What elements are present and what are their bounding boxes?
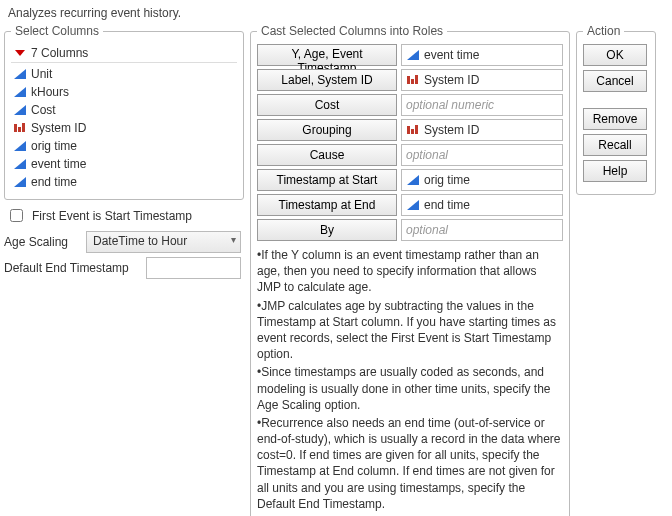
svg-rect-10 xyxy=(407,76,410,84)
continuous-icon xyxy=(13,68,27,80)
svg-marker-7 xyxy=(14,159,26,169)
continuous-icon xyxy=(13,86,27,98)
svg-marker-0 xyxy=(14,69,26,79)
role-slot[interactable]: optional numeric xyxy=(401,94,563,116)
nominal-icon xyxy=(13,122,27,134)
default-end-label: Default End Timestamp xyxy=(4,261,140,275)
columns-count: 7 Columns xyxy=(31,46,88,60)
column-item[interactable]: end time xyxy=(11,173,237,191)
role-value: orig time xyxy=(424,173,470,187)
column-label: Unit xyxy=(31,66,52,82)
column-item[interactable]: Cost xyxy=(11,101,237,119)
dialog-description: Analyzes recurring event history. xyxy=(8,6,668,20)
role-value: System ID xyxy=(424,73,479,87)
role-value: event time xyxy=(424,48,479,62)
cast-roles-legend: Cast Selected Columns into Roles xyxy=(257,24,447,38)
age-scaling-label: Age Scaling xyxy=(4,235,80,249)
svg-rect-3 xyxy=(14,124,17,132)
svg-marker-9 xyxy=(407,50,419,60)
svg-rect-12 xyxy=(415,75,418,84)
role-slot[interactable]: event time xyxy=(401,44,563,66)
svg-rect-5 xyxy=(22,123,25,132)
columns-header[interactable]: 7 Columns xyxy=(11,44,237,63)
column-label: event time xyxy=(31,156,86,172)
role-button[interactable]: By xyxy=(257,219,397,241)
nominal-icon xyxy=(406,74,420,86)
continuous-icon xyxy=(13,104,27,116)
svg-marker-1 xyxy=(14,87,26,97)
role-button[interactable]: Grouping xyxy=(257,119,397,141)
info-paragraph: •JMP calculates age by subtracting the v… xyxy=(257,298,563,363)
role-row: GroupingSystem ID xyxy=(257,119,563,141)
role-row: Timestamp at Startorig time xyxy=(257,169,563,191)
svg-marker-2 xyxy=(14,105,26,115)
column-label: end time xyxy=(31,174,77,190)
svg-rect-14 xyxy=(411,129,414,134)
disclosure-icon[interactable] xyxy=(13,47,27,59)
role-row: Timestamp at Endend time xyxy=(257,194,563,216)
svg-marker-8 xyxy=(14,177,26,187)
role-button[interactable]: Y, Age, Event Timestamp xyxy=(257,44,397,66)
age-scaling-dropdown[interactable]: DateTime to Hour xyxy=(86,231,241,253)
column-label: System ID xyxy=(31,120,86,136)
age-scaling-value: DateTime to Hour xyxy=(93,234,187,248)
info-text: •If the Y column is an event timestamp r… xyxy=(257,247,563,512)
svg-marker-6 xyxy=(14,141,26,151)
action-legend: Action xyxy=(583,24,624,38)
continuous-icon xyxy=(13,176,27,188)
continuous-icon xyxy=(406,49,420,61)
first-event-checkbox[interactable] xyxy=(10,209,23,222)
role-slot[interactable]: orig time xyxy=(401,169,563,191)
column-item[interactable]: Unit xyxy=(11,65,237,83)
svg-rect-15 xyxy=(415,125,418,134)
role-button[interactable]: Timestamp at Start xyxy=(257,169,397,191)
select-columns-group: Select Columns 7 Columns UnitkHoursCostS… xyxy=(4,24,244,200)
first-event-label[interactable]: First Event is Start Timestamp xyxy=(32,209,192,223)
role-row: Byoptional xyxy=(257,219,563,241)
svg-rect-11 xyxy=(411,79,414,84)
role-button[interactable]: Timestamp at End xyxy=(257,194,397,216)
default-end-input[interactable] xyxy=(146,257,241,279)
nominal-icon xyxy=(406,124,420,136)
role-slot[interactable]: System ID xyxy=(401,119,563,141)
svg-marker-16 xyxy=(407,175,419,185)
continuous-icon xyxy=(13,158,27,170)
role-button[interactable]: Cost xyxy=(257,94,397,116)
column-item[interactable]: System ID xyxy=(11,119,237,137)
column-item[interactable]: orig time xyxy=(11,137,237,155)
ok-button[interactable]: OK xyxy=(583,44,647,66)
svg-rect-13 xyxy=(407,126,410,134)
role-row: Y, Age, Event Timestampevent time xyxy=(257,44,563,66)
column-label: kHours xyxy=(31,84,69,100)
role-slot[interactable]: optional xyxy=(401,219,563,241)
continuous-icon xyxy=(406,174,420,186)
remove-button[interactable]: Remove xyxy=(583,108,647,130)
continuous-icon xyxy=(13,140,27,152)
cancel-button[interactable]: Cancel xyxy=(583,70,647,92)
column-item[interactable]: event time xyxy=(11,155,237,173)
select-columns-legend: Select Columns xyxy=(11,24,103,38)
role-row: Label, System IDSystem ID xyxy=(257,69,563,91)
role-value: end time xyxy=(424,198,470,212)
info-paragraph: •If the Y column is an event timestamp r… xyxy=(257,247,563,296)
columns-list[interactable]: UnitkHoursCostSystem IDorig timeevent ti… xyxy=(11,65,237,191)
svg-marker-17 xyxy=(407,200,419,210)
cast-roles-group: Cast Selected Columns into Roles Y, Age,… xyxy=(250,24,570,516)
column-label: orig time xyxy=(31,138,77,154)
role-button[interactable]: Label, System ID xyxy=(257,69,397,91)
role-slot[interactable]: optional xyxy=(401,144,563,166)
role-button[interactable]: Cause xyxy=(257,144,397,166)
column-item[interactable]: kHours xyxy=(11,83,237,101)
role-row: Causeoptional xyxy=(257,144,563,166)
svg-rect-4 xyxy=(18,127,21,132)
column-label: Cost xyxy=(31,102,56,118)
info-paragraph: •Recurrence also needs an end time (out-… xyxy=(257,415,563,512)
action-group: Action OK Cancel Remove Recall Help xyxy=(576,24,656,195)
role-slot[interactable]: System ID xyxy=(401,69,563,91)
info-paragraph: •Since timestamps are usually coded as s… xyxy=(257,364,563,413)
continuous-icon xyxy=(406,199,420,211)
role-value: System ID xyxy=(424,123,479,137)
help-button[interactable]: Help xyxy=(583,160,647,182)
recall-button[interactable]: Recall xyxy=(583,134,647,156)
role-slot[interactable]: end time xyxy=(401,194,563,216)
